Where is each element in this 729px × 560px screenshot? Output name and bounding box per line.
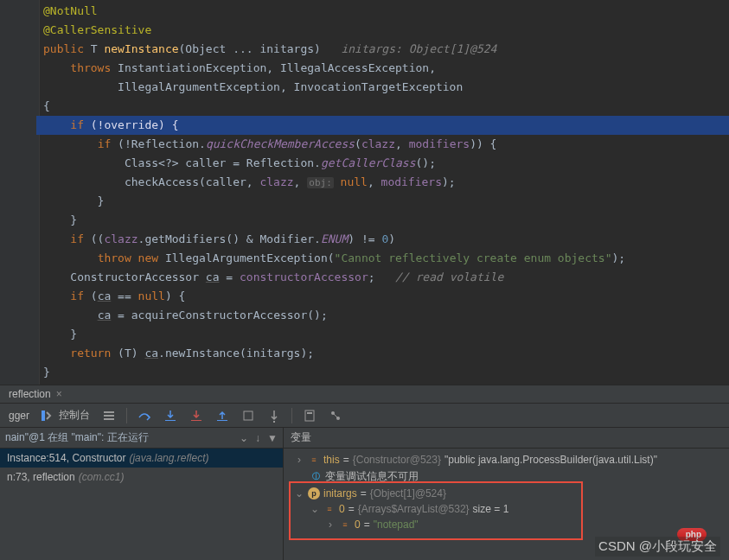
step-out-icon <box>215 409 229 423</box>
run-to-cursor-button[interactable] <box>262 406 286 425</box>
evaluate-button[interactable] <box>297 406 322 425</box>
step-out-button[interactable] <box>210 406 234 425</box>
debug-toolbar: gger 控制台 <box>0 404 729 428</box>
svg-rect-0 <box>42 410 45 421</box>
annotation-callersensitive: @CallerSensitive <box>43 23 151 36</box>
svg-rect-4 <box>165 420 176 421</box>
code-editor[interactable]: @NotNull @CallerSensitive public T newIn… <box>0 0 729 385</box>
gutter <box>0 0 40 385</box>
svg-rect-6 <box>217 420 227 421</box>
svg-rect-7 <box>244 411 253 420</box>
drop-frame-icon <box>241 409 255 423</box>
var-row-idx0[interactable]: ⌄≡ 0 = {Arrays$ArrayList@532} size = 1 <box>284 501 729 517</box>
chevron-down-icon[interactable]: ⌄ <box>240 432 248 444</box>
var-row-unavailable: ⓘ 变量调试信息不可用 <box>284 468 729 486</box>
calculator-icon <box>303 409 317 423</box>
console-icon <box>42 409 55 423</box>
variables-panel[interactable]: 变量 ›≡ this = {Constructor@523} "public j… <box>284 428 729 560</box>
param-hint: initargs: Object[1]@524 <box>341 42 496 55</box>
step-over-button[interactable] <box>132 406 157 425</box>
variables-tree[interactable]: ›≡ this = {Constructor@523} "public java… <box>284 449 729 536</box>
trace-button[interactable] <box>323 406 348 425</box>
svg-rect-3 <box>104 418 114 420</box>
svg-rect-1 <box>104 411 114 413</box>
drop-frame-button[interactable] <box>236 406 260 425</box>
force-step-into-button[interactable] <box>184 406 208 425</box>
filter-icon[interactable]: ▼ <box>267 432 278 444</box>
php-badge: php <box>677 528 707 541</box>
var-row-initargs[interactable]: ⌄p initargs = {Object[1]@524} <box>284 486 729 501</box>
highlighted-line[interactable]: if (!override) { <box>36 116 729 135</box>
frame-row[interactable]: Instance:514, Constructor (java.lang.ref… <box>0 449 283 468</box>
svg-rect-9 <box>305 410 314 421</box>
frames-panel[interactable]: nain"@1 在组 "main": 正在运行 ⌄ ↓ ▼ Instance:5… <box>0 428 284 560</box>
step-into-icon <box>163 409 177 423</box>
step-icon[interactable]: ↓ <box>255 432 260 444</box>
svg-rect-8 <box>273 421 275 423</box>
var-row-this[interactable]: ›≡ this = {Constructor@523} "public java… <box>284 452 729 468</box>
run-to-cursor-icon <box>267 409 281 423</box>
thread-label: nain"@1 在组 "main": 正在运行 <box>5 430 149 445</box>
force-step-into-icon <box>189 409 203 423</box>
threads-button[interactable] <box>97 406 121 425</box>
console-tab-button[interactable]: 控制台 <box>36 405 95 425</box>
svg-rect-5 <box>191 420 201 421</box>
trace-icon <box>329 409 342 423</box>
svg-rect-10 <box>307 412 312 414</box>
debug-tab-bar: reflection × <box>0 385 729 404</box>
threads-icon <box>102 409 116 423</box>
frame-row[interactable]: n:73, reflection (com.cc1) <box>0 468 283 487</box>
var-row-idx0-0[interactable]: ›≡ 0 = "notepad" <box>284 517 729 532</box>
step-into-button[interactable] <box>158 406 182 425</box>
keyword-public: public <box>43 42 91 55</box>
variables-header: 变量 <box>284 428 729 449</box>
close-icon[interactable]: × <box>56 388 62 400</box>
debug-panel: nain"@1 在组 "main": 正在运行 ⌄ ↓ ▼ Instance:5… <box>0 428 729 560</box>
step-over-icon <box>137 409 151 423</box>
debugger-tab-button[interactable]: gger <box>3 407 35 424</box>
separator <box>126 408 127 423</box>
tab-reflection[interactable]: reflection × <box>0 385 71 403</box>
annotation-notnull: @NotNull <box>43 4 98 17</box>
code-content[interactable]: @NotNull @CallerSensitive public T newIn… <box>40 0 729 385</box>
svg-rect-2 <box>104 415 114 417</box>
separator <box>291 408 292 423</box>
frames-header: nain"@1 在组 "main": 正在运行 ⌄ ↓ ▼ <box>0 428 283 449</box>
